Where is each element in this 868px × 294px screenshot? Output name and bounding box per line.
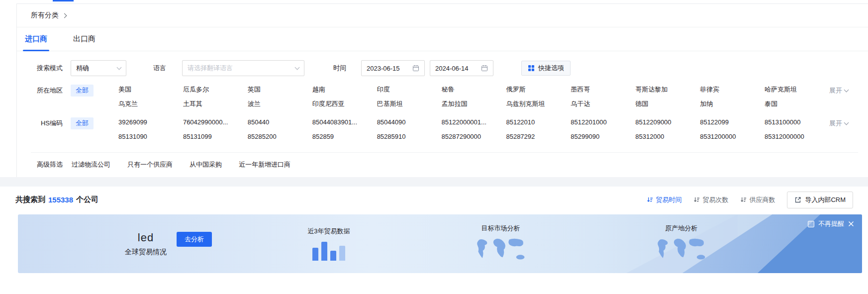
world-map-icon	[471, 237, 531, 264]
hs-code-item[interactable]: 39269099	[118, 117, 183, 127]
region-item[interactable]: 孟加拉国	[442, 99, 506, 109]
results-suffix: 个公司	[76, 195, 98, 204]
tab-importers[interactable]: 进口商	[23, 27, 49, 51]
hs-code-item[interactable]: 85312000000	[765, 132, 829, 142]
region-item[interactable]: 印度尼西亚	[312, 99, 377, 109]
dismiss-checkbox[interactable]	[808, 221, 814, 227]
hs-code-item[interactable]: 85122010	[506, 117, 571, 127]
hs-all-tag[interactable]: 全部	[71, 117, 94, 129]
hs-code-item[interactable]: 8531200000	[700, 132, 765, 142]
date-end-value: 2024-06-14	[435, 65, 469, 72]
advanced-option[interactable]: 近一年新增进口商	[239, 160, 290, 169]
region-item[interactable]: 哈萨克斯坦	[765, 85, 829, 95]
hs-code-item[interactable]: 85044090	[377, 117, 442, 127]
results-prefix: 共搜索到	[15, 195, 45, 204]
region-item[interactable]: 乌兹别克斯坦	[506, 99, 571, 109]
hs-expand-link[interactable]: 展开	[829, 119, 858, 128]
hs-code-item[interactable]: 85122000001...	[442, 117, 506, 127]
language-label: 语言	[153, 64, 166, 73]
export-icon	[794, 196, 801, 203]
hs-code-item[interactable]: 8512209000	[635, 117, 700, 127]
region-item[interactable]: 波兰	[248, 99, 312, 109]
hs-code-item[interactable]: 85287292	[506, 132, 571, 142]
hs-code-item[interactable]: 76042990000...	[183, 117, 248, 127]
region-all-tag[interactable]: 全部	[71, 85, 94, 97]
chevron-down-icon	[844, 88, 849, 93]
calendar-icon	[412, 65, 419, 72]
region-item[interactable]: 印度	[377, 85, 442, 95]
region-item[interactable]: 菲律宾	[700, 85, 765, 95]
region-item[interactable]: 乌克兰	[118, 99, 183, 109]
search-mode-label: 搜索模式	[31, 64, 63, 73]
dismiss-label: 不再提醒	[818, 219, 844, 228]
region-item[interactable]: 越南	[312, 85, 377, 95]
date-start-value: 2023-06-15	[367, 65, 400, 72]
hs-code-item[interactable]: 850440	[248, 117, 312, 127]
hs-code-item[interactable]: 85131099	[183, 132, 248, 142]
banner-keyword-block: led 全球贸易情况 去分析	[125, 231, 167, 257]
hs-code-item[interactable]: 85285200	[248, 132, 312, 142]
banner-close-icon[interactable]	[848, 221, 854, 227]
region-item[interactable]: 英国	[248, 85, 312, 95]
hs-code-filter-row: HS编码 全部 3926909976042990000...8504408504…	[17, 109, 868, 142]
advanced-option[interactable]: 只有一个供应商	[127, 160, 173, 169]
sort-icon	[693, 196, 700, 203]
region-item[interactable]: 德国	[635, 99, 700, 109]
hs-code-item[interactable]: 8513100000	[765, 117, 829, 127]
feature-trade-data: 近3年贸易数据	[307, 227, 350, 261]
banner-features: 近3年贸易数据 目标市场分析	[167, 224, 862, 264]
search-mode-select[interactable]: 精确	[71, 60, 126, 76]
hs-code-item[interactable]: 85299090	[571, 132, 635, 142]
page: 所有分类 进口商 出口商 搜索模式 精确 语言 请选择翻译语言 时间 2023-…	[0, 0, 868, 294]
region-item[interactable]: 俄罗斯	[506, 85, 571, 95]
sort-icon	[647, 196, 653, 203]
time-label: 时间	[333, 64, 346, 73]
region-item[interactable]: 厄瓜多尔	[183, 85, 248, 95]
feature-title: 原产地分析	[665, 224, 697, 233]
sort-icon	[740, 196, 747, 203]
hs-code-item[interactable]: 85122099	[700, 117, 765, 127]
advanced-option[interactable]: 过滤物流公司	[72, 160, 110, 169]
results-summary: 共搜索到 155338 个公司	[15, 195, 98, 204]
advanced-filter-row: 高级筛选 过滤物流公司只有一个供应商从中国采购近一年新增进口商	[17, 153, 868, 177]
date-end-input[interactable]: 2024-06-14	[430, 60, 493, 76]
region-item[interactable]: 泰国	[765, 99, 829, 109]
sort-trade-time[interactable]: 贸易时间	[647, 196, 681, 204]
region-item[interactable]: 哥斯达黎加	[635, 85, 700, 95]
region-item[interactable]: 美国	[118, 85, 183, 95]
region-item[interactable]: 秘鲁	[442, 85, 506, 95]
region-item[interactable]: 巴基斯坦	[377, 99, 442, 109]
hs-code-item[interactable]: 85287290000	[442, 132, 506, 142]
hs-code-item[interactable]: 85285910	[377, 132, 442, 142]
advanced-options: 过滤物流公司只有一个供应商从中国采购近一年新增进口商	[72, 160, 290, 169]
language-select[interactable]: 请选择翻译语言	[182, 60, 304, 76]
keyword-text: led	[125, 231, 167, 244]
hs-code-item[interactable]: 85312000	[635, 132, 700, 142]
date-start-input[interactable]: 2023-06-15	[361, 60, 425, 76]
sort-trade-count[interactable]: 贸易次数	[693, 196, 728, 204]
region-item[interactable]: 墨西哥	[571, 85, 635, 95]
import-crm-button[interactable]: 导入内部CRM	[787, 192, 853, 208]
feature-title: 近3年贸易数据	[307, 227, 350, 236]
sort-supplier-count[interactable]: 供应商数	[740, 196, 775, 204]
advanced-option[interactable]: 从中国采购	[190, 160, 222, 169]
breadcrumb-label[interactable]: 所有分类	[31, 11, 59, 20]
bar-chart-icon	[312, 240, 345, 261]
tab-exporters[interactable]: 出口商	[71, 27, 97, 51]
banner-subtitle: 全球贸易情况	[125, 248, 167, 257]
region-filter-row: 所在地区 全部 美国厄瓜多尔英国越南印度秘鲁俄罗斯墨西哥哥斯达黎加菲律宾哈萨克斯…	[17, 76, 868, 109]
region-item[interactable]: 加纳	[700, 99, 765, 109]
region-item[interactable]: 土耳其	[183, 99, 248, 109]
hs-code-item[interactable]: 85131090	[118, 132, 183, 142]
calendar-icon	[481, 65, 488, 72]
region-item[interactable]: 乌干达	[571, 99, 635, 109]
search-mode-value: 精确	[76, 64, 89, 73]
hs-code-item[interactable]: 8512201000	[571, 117, 635, 127]
region-expand-link[interactable]: 展开	[829, 86, 858, 95]
feature-target-market: 目标市场分析	[471, 224, 531, 264]
hs-code-item[interactable]: 852859	[312, 132, 377, 142]
top-tab-indicator	[53, 0, 74, 1]
hs-code-item[interactable]: 85044083901...	[312, 117, 377, 127]
quick-options-button[interactable]: 快捷选项	[521, 61, 571, 76]
breadcrumb: 所有分类	[17, 4, 868, 27]
